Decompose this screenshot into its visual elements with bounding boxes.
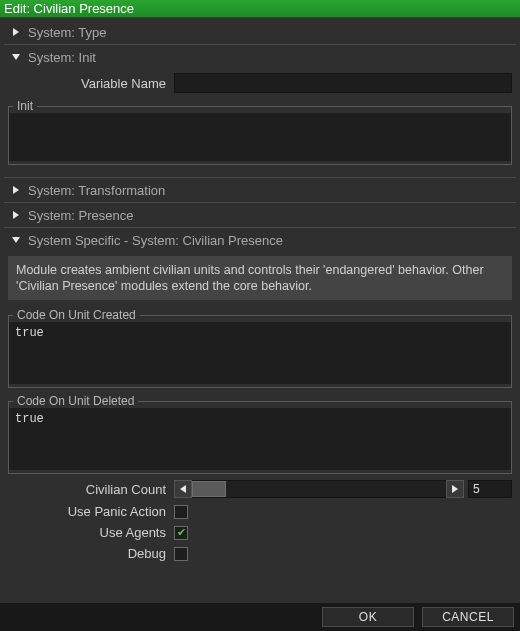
chevron-right-icon (8, 185, 24, 195)
category-label: System: Transformation (28, 183, 165, 198)
category-header-transformation[interactable]: System: Transformation (4, 178, 516, 202)
svg-marker-6 (452, 485, 458, 493)
chevron-right-icon (8, 27, 24, 37)
category-system-type: System: Type (4, 20, 516, 44)
category-label: System: Presence (28, 208, 134, 223)
civilian-count-value-input[interactable] (468, 480, 512, 498)
code-deleted-legend: Code On Unit Deleted (13, 394, 138, 408)
use-panic-label: Use Panic Action (8, 504, 174, 519)
code-on-unit-deleted-input[interactable] (9, 408, 511, 470)
civilian-count-slider[interactable] (192, 480, 446, 498)
svg-marker-5 (180, 485, 186, 493)
category-header-presence[interactable]: System: Presence (4, 203, 516, 227)
svg-marker-1 (12, 54, 20, 60)
category-header-init[interactable]: System: Init (4, 45, 516, 69)
svg-marker-4 (12, 237, 20, 243)
footer: OK CANCEL (0, 603, 520, 631)
code-deleted-fieldset: Code On Unit Deleted (8, 394, 512, 474)
use-panic-checkbox[interactable] (174, 505, 188, 519)
slider-thumb[interactable] (192, 481, 226, 497)
category-system-specific: System Specific - System: Civilian Prese… (4, 227, 516, 575)
chevron-down-icon (8, 53, 24, 61)
category-system-init: System: Init Variable Name Init (4, 44, 516, 177)
chevron-right-icon (8, 210, 24, 220)
slider-increase-button[interactable] (446, 480, 464, 498)
category-header-type[interactable]: System: Type (4, 20, 516, 44)
category-header-specific[interactable]: System Specific - System: Civilian Prese… (4, 228, 516, 252)
svg-marker-2 (13, 186, 19, 194)
civilian-count-label: Civilian Count (8, 482, 174, 497)
chevron-down-icon (8, 236, 24, 244)
use-agents-checkbox[interactable] (174, 526, 188, 540)
code-created-legend: Code On Unit Created (13, 308, 140, 322)
category-label: System Specific - System: Civilian Prese… (28, 233, 283, 248)
ok-button[interactable]: OK (322, 607, 414, 627)
variable-name-label: Variable Name (8, 76, 174, 91)
use-agents-label: Use Agents (8, 525, 174, 540)
category-system-presence: System: Presence (4, 202, 516, 227)
code-created-fieldset: Code On Unit Created (8, 308, 512, 388)
debug-label: Debug (8, 546, 174, 561)
variable-name-input[interactable] (174, 73, 512, 93)
init-code-input[interactable] (9, 113, 511, 161)
category-label: System: Type (28, 25, 107, 40)
init-fieldset: Init (8, 99, 512, 165)
svg-marker-0 (13, 28, 19, 36)
debug-checkbox[interactable] (174, 547, 188, 561)
window-title: Edit: Civilian Presence (0, 0, 520, 18)
cancel-button[interactable]: CANCEL (422, 607, 514, 627)
category-label: System: Init (28, 50, 96, 65)
svg-marker-3 (13, 211, 19, 219)
code-on-unit-created-input[interactable] (9, 322, 511, 384)
category-system-transformation: System: Transformation (4, 177, 516, 202)
init-legend: Init (13, 99, 37, 113)
module-description: Module creates ambient civilian units an… (8, 256, 512, 300)
slider-decrease-button[interactable] (174, 480, 192, 498)
